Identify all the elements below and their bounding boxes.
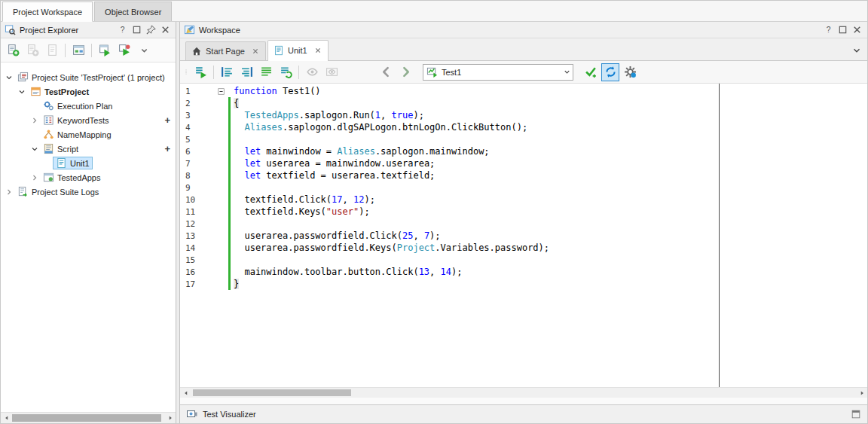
organize-items-button[interactable] <box>69 41 87 59</box>
editor-settings-button[interactable] <box>621 63 639 81</box>
help-button[interactable]: ? <box>822 24 835 36</box>
align-left-icon <box>221 66 234 78</box>
tree-item-content: TestedApps <box>40 171 103 184</box>
tree-item-testedapps[interactable]: TestedApps <box>1 170 176 185</box>
run-project-button[interactable] <box>96 41 114 59</box>
record-test-button[interactable] <box>601 63 619 81</box>
code-line-5[interactable]: 5 <box>180 133 867 145</box>
navigate-forward-button[interactable] <box>396 63 414 81</box>
chevron-right-icon[interactable] <box>4 187 14 197</box>
doc-tab-unit1[interactable]: Unit1 <box>267 40 329 61</box>
test-visualizer-bar[interactable]: Test Visualizer <box>180 404 867 423</box>
fold-gutter <box>215 181 227 194</box>
close-button[interactable] <box>851 24 863 36</box>
format-code-button[interactable] <box>257 63 275 81</box>
top-tab-project-workspace[interactable]: Project Workspace <box>2 2 93 22</box>
show-test-visualizer-button <box>322 63 341 81</box>
add-check-button[interactable] <box>582 63 600 81</box>
scroll-left-icon[interactable] <box>180 388 191 398</box>
code-line-9[interactable]: 9 <box>180 181 867 194</box>
align-left-button[interactable] <box>218 63 236 81</box>
tree-item-unit1[interactable]: Unit1 <box>1 156 176 170</box>
help-button[interactable]: ? <box>116 24 129 36</box>
top-tab-object-browser[interactable]: Object Browser <box>94 2 172 21</box>
code-line-13[interactable]: 13 userarea.passwordfield.Click(25, 7); <box>180 230 867 242</box>
toolbar-dropdown-button[interactable] <box>135 41 153 59</box>
tree-item-testproject[interactable]: TestProject <box>1 84 176 99</box>
chevron-down-icon[interactable] <box>561 66 573 78</box>
code-line-12[interactable]: 12 <box>180 218 867 230</box>
tree-item-script[interactable]: Script+ <box>1 142 176 156</box>
add-item-button[interactable]: + <box>164 115 170 125</box>
fold-collapse-icon[interactable] <box>215 85 227 97</box>
code-line-16[interactable]: 16 mainwindow.toolbar.button.Click(13, 1… <box>180 266 867 278</box>
editor-hscrollbar[interactable] <box>180 387 867 398</box>
line-number: 8 <box>180 171 215 181</box>
tree-item-keywordtests[interactable]: KeywordTests+ <box>1 113 176 127</box>
code-line-7[interactable]: 7 let userarea = mainwindow.userarea; <box>180 157 867 169</box>
change-bar <box>227 121 232 133</box>
code-line-4[interactable]: 4 Aliases.saplogon.dlgSAPLogon.btnLogOn.… <box>180 121 867 133</box>
code-editor[interactable]: 1function Test1()2{3 TestedApps.saplogon… <box>180 84 867 387</box>
tree-item-project-suite-testproject-1-project[interactable]: Project Suite 'TestProject' (1 project) <box>1 70 176 84</box>
test-selector-combo[interactable]: Test1 <box>423 64 573 81</box>
change-bar <box>227 254 232 266</box>
fold-gutter <box>215 121 227 133</box>
code-line-1[interactable]: 1function Test1() <box>180 85 867 97</box>
maximize-button[interactable] <box>130 24 143 36</box>
code-line-6[interactable]: 6 let mainwindow = Aliases.saplogon.main… <box>180 145 867 157</box>
doc-tab-label: Start Page <box>206 47 245 56</box>
show-execution-point-button <box>303 63 321 81</box>
change-bar <box>227 169 232 181</box>
chevron-down-icon[interactable] <box>17 87 27 97</box>
chevron-right-icon[interactable] <box>29 172 40 183</box>
align-right-button[interactable] <box>237 63 255 81</box>
scroll-thumb[interactable] <box>193 389 351 396</box>
code-line-17[interactable]: 17} <box>180 278 867 290</box>
code-line-15[interactable]: 15 <box>180 254 867 266</box>
project-explorer-hscrollbar[interactable] <box>1 412 176 423</box>
chevron-right-icon[interactable] <box>29 115 40 126</box>
change-bar <box>227 97 232 109</box>
pin-button[interactable] <box>145 24 157 36</box>
fold-gutter <box>215 97 227 109</box>
code-line-10[interactable]: 10 textfield.Click(17, 12); <box>180 194 867 206</box>
close-tab-icon[interactable] <box>313 46 322 55</box>
navigate-back-button[interactable] <box>377 63 395 81</box>
maximize-button[interactable] <box>836 24 849 36</box>
code-line-3[interactable]: 3 TestedApps.saplogon.Run(1, true); <box>180 109 867 121</box>
add-new-item-button[interactable] <box>4 41 22 59</box>
scroll-track[interactable] <box>12 413 164 423</box>
tree-item-execution-plan[interactable]: Execution Plan <box>1 99 176 113</box>
close-button[interactable] <box>159 24 172 36</box>
unit-icon <box>274 45 284 56</box>
scroll-left-icon[interactable] <box>1 413 12 423</box>
scroll-thumb[interactable] <box>12 414 161 422</box>
code-line-2[interactable]: 2{ <box>180 97 867 109</box>
run-test-button[interactable] <box>191 63 209 81</box>
test-selector-value: Test1 <box>442 67 558 77</box>
scroll-right-icon[interactable] <box>856 388 867 398</box>
dock-panel-icon[interactable] <box>851 409 861 419</box>
add-item-button[interactable]: + <box>164 144 170 154</box>
chevron-down-icon[interactable] <box>29 144 40 154</box>
tree-item-namemapping[interactable]: NameMapping <box>1 127 176 142</box>
code-line-8[interactable]: 8 let textfield = userarea.textfield; <box>180 169 867 181</box>
tree-item-project-suite-logs[interactable]: Project Suite Logs <box>1 185 176 199</box>
scroll-right-icon[interactable] <box>164 413 176 423</box>
change-bar <box>227 85 232 97</box>
run-selected-lines-button[interactable] <box>277 63 295 81</box>
code-line-14[interactable]: 14 userarea.passwordfield.Keys(Project.V… <box>180 242 867 254</box>
run-project-suite-button[interactable] <box>115 41 133 59</box>
keyword-tests-icon <box>43 114 54 126</box>
code-line-11[interactable]: 11 textfield.Keys("user"); <box>180 206 867 218</box>
change-bar <box>227 133 232 145</box>
close-tab-icon[interactable] <box>251 47 260 56</box>
tab-list-dropdown-icon[interactable] <box>851 45 862 56</box>
grip-button[interactable] <box>182 63 190 81</box>
chevron-down-icon[interactable] <box>4 72 14 83</box>
editor-toolbar: Test1 <box>180 61 867 84</box>
doc-tab-start-page[interactable]: Start Page <box>185 41 266 60</box>
scroll-track[interactable] <box>191 388 856 398</box>
test-visualizer-title: Test Visualizer <box>203 410 256 419</box>
